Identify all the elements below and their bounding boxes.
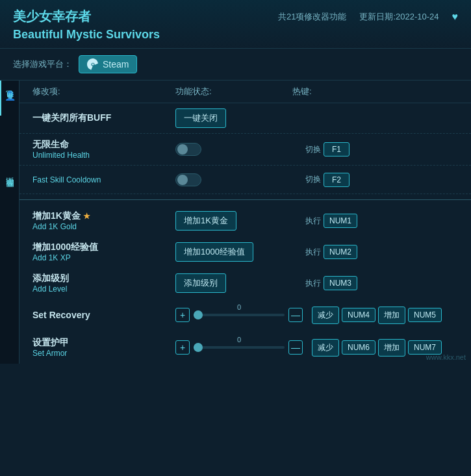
- star-icon: ★: [83, 212, 90, 221]
- toggle-knob: [177, 144, 188, 155]
- cheat-row-set-armor: 设置护甲 Set Armor + 0 — 减少 NUM: [19, 331, 471, 364]
- hotkey-add-xp: 执行 NUM2: [305, 245, 458, 259]
- sidebar-char-label: 角色: [5, 103, 16, 106]
- hotkey-badge-f2: F2: [324, 173, 350, 187]
- update-date: 更新日期:2022-10-24: [359, 11, 439, 23]
- recovery-plus-button[interactable]: —: [288, 308, 303, 322]
- cheat-row-one-click: 一键关闭所有BUFF 一键关闭: [19, 103, 471, 134]
- armor-minus-button[interactable]: +: [175, 340, 190, 355]
- one-click-close-button[interactable]: 一键关闭: [175, 108, 226, 128]
- hotkey-add-gold: 执行 NUM1: [305, 214, 458, 228]
- total-features: 共21项修改器功能: [278, 11, 346, 23]
- recovery-increase-hotkey: NUM5: [408, 308, 442, 322]
- slider-controls-recovery: + 0 — 减少 NUM4 增加 NUM5: [175, 307, 458, 324]
- content-panel: 修改项: 功能状态: 热键: 一键关闭所有BUFF 一键关闭 无限生命 Unli…: [19, 81, 471, 364]
- game-title-cn: 美少女幸存者: [13, 8, 91, 25]
- action-add-gold: 增加1K黄金: [175, 211, 305, 231]
- armor-slider-wrapper: 0: [194, 346, 285, 349]
- cheat-cn-set-armor: 设置护甲: [32, 337, 175, 349]
- section-divider: [19, 199, 471, 200]
- cheat-row-add-gold: 增加1K黄金 ★ Add 1K Gold 增加1K黄金 执行 NUM1: [19, 205, 471, 236]
- cheat-name-add-gold: 增加1K黄金 ★ Add 1K Gold: [32, 210, 175, 231]
- col-hotkey: 热键:: [292, 86, 458, 97]
- hotkey-exec-label-xp: 执行: [305, 247, 321, 258]
- platform-label: 选择游戏平台：: [13, 58, 72, 70]
- cheat-name-unlimited-health: 无限生命 Unlimited Health: [32, 139, 175, 160]
- hotkey-badge-num3: NUM3: [324, 276, 357, 290]
- armor-hotkeys: 减少 NUM6 增加 NUM7: [312, 339, 442, 357]
- add-xp-button[interactable]: 增加1000经验值: [175, 242, 253, 262]
- recovery-slider-track: [194, 314, 285, 316]
- cheat-row-add-xp: 增加1000经验值 Add 1K XP 增加1000经验值 执行 NUM2: [19, 236, 471, 268]
- cheat-cn-add-xp: 增加1000经验值: [32, 242, 175, 253]
- data-icon: ▦: [6, 177, 14, 188]
- steam-button[interactable]: Steam: [79, 55, 137, 73]
- cheat-name-fast-cooldown: Fast Skill Cooldown: [32, 175, 175, 184]
- cheat-en-add-level: Add Level: [32, 284, 175, 294]
- col-cheat: 修改项:: [32, 86, 175, 97]
- armor-increase-button[interactable]: 增加: [378, 339, 405, 357]
- header: 美少女幸存者 共21项修改器功能 更新日期:2022-10-24 ♥ Beaut…: [0, 0, 471, 49]
- recovery-reduce-hotkey: NUM4: [342, 308, 376, 322]
- toggle-knob-fast-cooldown: [177, 175, 188, 185]
- hotkey-add-level: 执行 NUM3: [305, 276, 458, 290]
- action-add-xp: 增加1000经验值: [175, 242, 305, 262]
- cheat-cn-add-level: 添加级别: [32, 273, 175, 284]
- toggle-fast-cooldown[interactable]: [175, 173, 305, 186]
- cheat-name-one-click: 一键关闭所有BUFF: [32, 112, 175, 124]
- cheat-en-set-armor: Set Armor: [32, 349, 175, 358]
- armor-slider-thumb[interactable]: [194, 343, 203, 352]
- armor-reduce-hotkey: NUM6: [342, 340, 376, 355]
- sidebar: 👤 角色 ▦ 数据: [0, 81, 19, 364]
- col-status: 功能状态:: [175, 86, 292, 97]
- watermark: www.kkx.net: [426, 353, 466, 361]
- cheat-name-add-xp: 增加1000经验值 Add 1K XP: [32, 242, 175, 262]
- heart-icon[interactable]: ♥: [452, 11, 459, 23]
- recovery-hotkeys: 减少 NUM4 增加 NUM5: [312, 307, 442, 324]
- cheat-name-add-level: 添加级别 Add Level: [32, 273, 175, 294]
- cheat-row-set-recovery: Set Recovery + 0 — 减少 NUM4: [19, 299, 471, 331]
- toggle-switch-unlimited-health[interactable]: [175, 143, 201, 156]
- cheat-en-add-xp: Add 1K XP: [32, 253, 175, 262]
- hotkey-badge-f1: F1: [324, 142, 350, 157]
- recovery-increase-button[interactable]: 增加: [378, 307, 405, 324]
- steam-logo-icon: [87, 58, 99, 70]
- recovery-reduce-button[interactable]: 减少: [312, 307, 339, 324]
- slider-controls-armor: + 0 — 减少 NUM6 增加 NUM7: [175, 339, 458, 357]
- hotkey-badge-num1: NUM1: [324, 214, 357, 228]
- sidebar-tab-character[interactable]: 👤 角色: [0, 81, 19, 116]
- app-container: 美少女幸存者 共21项修改器功能 更新日期:2022-10-24 ♥ Beaut…: [0, 0, 471, 364]
- armor-value: 0: [237, 336, 241, 344]
- hotkey-badge-num2: NUM2: [324, 245, 357, 259]
- armor-reduce-button[interactable]: 减少: [312, 339, 339, 357]
- column-headers: 修改项: 功能状态: 热键:: [19, 81, 471, 103]
- hotkey-unlimited-health: 切换 F1: [305, 142, 458, 157]
- hotkey-fast-cooldown: 切换 F2: [305, 173, 458, 187]
- add-level-button[interactable]: 添加级别: [175, 273, 226, 293]
- action-add-level: 添加级别: [175, 273, 305, 293]
- cheat-cn-set-recovery: Set Recovery: [32, 310, 175, 320]
- cheat-row-add-level: 添加级别 Add Level 添加级别 执行 NUM3: [19, 268, 471, 299]
- add-gold-button[interactable]: 增加1K黄金: [175, 211, 236, 231]
- sidebar-wrapper: 👤 角色 ▦ 数据 修改项: 功能状态: 热键: 一键关闭所有BUFF: [0, 81, 471, 364]
- armor-slider-track: [194, 346, 285, 349]
- header-meta: 共21项修改器功能 更新日期:2022-10-24 ♥: [278, 11, 458, 23]
- toggle-switch-fast-cooldown[interactable]: [175, 173, 201, 186]
- hotkey-label-unlimited-health: 切换: [305, 144, 321, 155]
- platform-row: 选择游戏平台： Steam: [0, 49, 471, 81]
- armor-increase-hotkey: NUM7: [408, 340, 442, 355]
- hotkey-exec-label-gold: 执行: [305, 216, 321, 227]
- hotkey-label-fast-cooldown: 切换: [305, 174, 321, 185]
- recovery-slider-thumb[interactable]: [194, 310, 203, 319]
- cheat-en-fast-cooldown: Fast Skill Cooldown: [32, 175, 175, 184]
- header-top: 美少女幸存者 共21项修改器功能 更新日期:2022-10-24 ♥: [13, 8, 458, 25]
- sidebar-tab-data[interactable]: ▦ 数据: [0, 168, 19, 203]
- hotkey-exec-label-level: 执行: [305, 278, 321, 289]
- cheat-cn-unlimited-health: 无限生命: [32, 139, 175, 151]
- toggle-unlimited-health[interactable]: [175, 143, 305, 156]
- gold-cn-text: 增加1K黄金: [32, 210, 81, 221]
- cheat-name-set-recovery: Set Recovery: [32, 310, 175, 320]
- armor-plus-button[interactable]: —: [288, 340, 303, 355]
- character-icon: 👤: [5, 90, 16, 101]
- recovery-minus-button[interactable]: +: [175, 308, 190, 322]
